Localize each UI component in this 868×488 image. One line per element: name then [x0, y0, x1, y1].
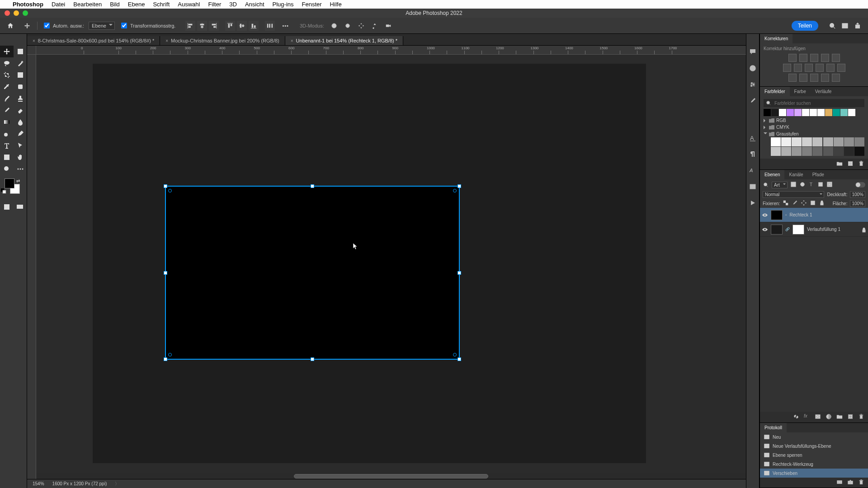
lock-artboard-icon[interactable] — [810, 200, 816, 207]
info-panel-icon[interactable] — [748, 64, 757, 73]
filter-pixel-icon[interactable] — [790, 181, 797, 188]
align-more-button[interactable]: ••• — [279, 23, 292, 28]
opacity-value[interactable]: 100% — [850, 191, 865, 198]
bw-icon[interactable] — [805, 64, 813, 72]
swatch[interactable] — [848, 109, 855, 116]
status-chevron-icon[interactable]: 〉 — [115, 481, 119, 487]
brush-settings-icon[interactable] — [748, 96, 757, 105]
transform-handle[interactable] — [458, 271, 461, 275]
trash-icon[interactable] — [858, 160, 865, 168]
close-icon[interactable]: × — [291, 38, 293, 43]
window-close-button[interactable] — [5, 10, 10, 16]
lock-pixels-icon[interactable] — [792, 200, 798, 207]
swatch[interactable] — [834, 137, 844, 146]
trash-icon[interactable] — [858, 413, 865, 421]
layer-fx-icon[interactable]: fx — [804, 413, 811, 421]
doc-tab-2[interactable]: ×Unbenannt-1 bei 154% (Rechteck 1, RGB/8… — [285, 36, 403, 45]
swatch[interactable] — [840, 109, 848, 116]
swatch[interactable] — [792, 137, 802, 146]
move-tool[interactable] — [0, 46, 14, 57]
new-group-icon[interactable] — [836, 160, 844, 168]
tab-paths[interactable]: Pfade — [808, 170, 829, 179]
pen-tool[interactable] — [14, 128, 27, 140]
menu-type[interactable]: Schrift — [153, 1, 170, 8]
new-snapshot-icon[interactable] — [847, 479, 854, 486]
close-icon[interactable]: × — [33, 38, 35, 43]
swatch[interactable] — [802, 137, 812, 146]
menu-3d[interactable]: 3D — [229, 1, 237, 8]
path-select-tool[interactable] — [14, 140, 27, 151]
history-step[interactable]: Rechteck-Werkzeug — [760, 460, 868, 469]
tab-color[interactable]: Farbe — [790, 87, 811, 96]
color-lookup-icon[interactable] — [837, 64, 845, 72]
default-colors-icon[interactable] — [1, 188, 6, 194]
history-step[interactable]: Neue Verlaufsfüllungs-Ebene — [760, 441, 868, 450]
crop-tool[interactable] — [0, 69, 14, 81]
actions-panel-icon[interactable] — [748, 198, 757, 207]
swatch-folder[interactable]: RGB — [764, 117, 864, 124]
layer-mask-icon[interactable] — [815, 413, 822, 421]
home-button[interactable] — [4, 20, 17, 32]
swatch[interactable] — [781, 137, 791, 146]
3d-slide-icon[interactable] — [369, 20, 380, 31]
menu-image[interactable]: Bild — [110, 1, 120, 8]
app-name[interactable]: Photoshop — [13, 1, 43, 8]
tab-channels[interactable]: Kanäle — [784, 170, 807, 179]
menu-edit[interactable]: Bearbeiten — [73, 1, 102, 8]
glyphs-panel-icon[interactable]: A — [748, 166, 757, 175]
transform-handle[interactable] — [311, 357, 314, 361]
canvas[interactable] — [36, 55, 746, 479]
type-tool[interactable] — [0, 140, 14, 151]
brightness-icon[interactable] — [788, 54, 797, 62]
character-panel-icon[interactable]: A — [748, 133, 757, 142]
trash-icon[interactable] — [858, 479, 864, 486]
tab-history[interactable]: Protokoll — [760, 423, 787, 432]
swatch[interactable] — [802, 109, 809, 116]
transform-handle[interactable] — [458, 184, 461, 188]
menu-file[interactable]: Datei — [52, 1, 65, 8]
swatch[interactable] — [844, 137, 854, 146]
screen-mode-button[interactable] — [14, 201, 27, 213]
channel-mixer-icon[interactable] — [826, 64, 835, 72]
swatch[interactable] — [810, 109, 817, 116]
visibility-toggle[interactable] — [762, 226, 768, 233]
dodge-tool[interactable] — [0, 128, 14, 140]
healing-tool[interactable] — [14, 81, 27, 93]
menu-select[interactable]: Auswahl — [178, 1, 200, 8]
align-hcenter-button[interactable] — [197, 21, 207, 31]
swatch[interactable] — [792, 147, 802, 156]
blend-mode-dropdown[interactable]: Normal — [763, 191, 824, 198]
posterize-icon[interactable] — [799, 74, 807, 82]
gradient-tool[interactable] — [0, 116, 14, 128]
history-step[interactable]: Verschieben — [760, 469, 868, 478]
search-icon[interactable] — [828, 22, 836, 30]
auto-select-checkbox[interactable]: Autom. ausw.: — [42, 21, 84, 30]
share-button[interactable]: Teilen — [792, 21, 818, 31]
doc-tab-1[interactable]: ×Mockup-Christmas Banner.jpg bei 200% (R… — [160, 36, 285, 45]
layer-name[interactable]: Rechteck 1 — [790, 212, 812, 217]
3d-pan-icon[interactable] — [356, 20, 367, 31]
color-balance-icon[interactable] — [794, 64, 802, 72]
tab-adjustments[interactable]: Korrekturen — [760, 34, 793, 43]
swatch[interactable] — [771, 137, 781, 146]
anchor-point[interactable] — [453, 189, 457, 192]
foreground-color-chip[interactable] — [5, 178, 14, 188]
swatch[interactable] — [817, 109, 825, 116]
align-bottom-button[interactable] — [249, 21, 259, 31]
menu-view[interactable]: Ansicht — [245, 1, 264, 8]
new-adjustment-layer-icon[interactable] — [826, 413, 833, 421]
align-vcenter-button[interactable] — [237, 21, 247, 31]
paragraph-panel-icon[interactable] — [748, 150, 757, 159]
swatch[interactable] — [854, 147, 864, 156]
lasso-tool[interactable] — [0, 57, 14, 69]
swatch[interactable] — [771, 147, 781, 156]
export-share-icon[interactable] — [854, 22, 862, 30]
swatch[interactable] — [787, 109, 794, 116]
blur-tool[interactable] — [14, 116, 27, 128]
ruler-corner[interactable] — [27, 46, 36, 54]
lock-position-icon[interactable] — [801, 200, 807, 207]
transform-controls-checkbox[interactable]: Transformationsstrg. — [119, 21, 175, 30]
zoom-level[interactable]: 154% — [33, 481, 44, 486]
layer-thumbnail[interactable] — [771, 225, 783, 235]
layer-row[interactable]: ▫Rechteck 1 — [760, 208, 868, 222]
